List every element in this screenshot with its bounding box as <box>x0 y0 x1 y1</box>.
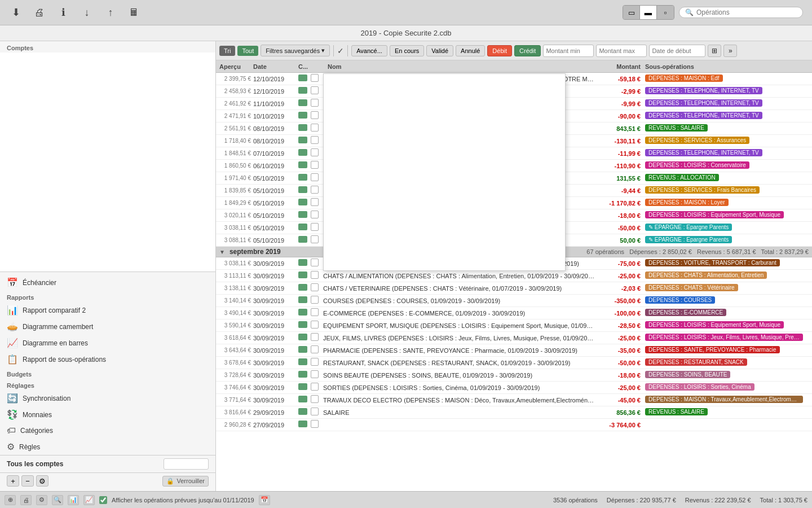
cell-sous-ops: DEPENSES : LOISIRS : Equipement Sport, M… <box>645 211 809 220</box>
cell-cal-icon <box>311 198 323 208</box>
print-icon[interactable]: 🖨 <box>33 6 46 19</box>
download-icon[interactable]: ↓ <box>80 6 94 19</box>
expand-button[interactable]: » <box>723 45 737 57</box>
cell-montant: 50,00 € <box>594 237 645 244</box>
cell-cal-icon <box>311 173 323 183</box>
calculator-icon[interactable]: 🖩 <box>127 6 141 19</box>
sidebar-item-camembert[interactable]: 🥧 Diagramme camembert <box>0 318 215 335</box>
gear-btn[interactable]: ⚙ <box>36 475 48 487</box>
cell-apercu: 1 860,50 € <box>219 163 253 169</box>
cell-date: 12/10/2019 <box>253 76 298 82</box>
montant-max-input[interactable] <box>596 45 647 57</box>
cell-chart-icon <box>298 211 311 220</box>
info-icon[interactable]: ℹ <box>56 6 70 19</box>
annule-button[interactable]: Annulé <box>456 45 485 56</box>
table-row[interactable]: 3 728,64 € 30/09/2019 SOINS BEAUTE (DEPE… <box>216 369 812 382</box>
table-row[interactable]: 3 618,64 € 30/09/2019 JEUX, FILMS, LIVRE… <box>216 332 812 344</box>
cell-chart-icon <box>298 396 311 404</box>
status-icon-3[interactable]: ⚙ <box>36 495 47 505</box>
table-row[interactable]: 3 490,14 € 30/09/2019 E-COMMERCE (DEPENS… <box>216 307 812 319</box>
cell-chart-icon <box>298 124 311 133</box>
cell-apercu: 3 490,14 € <box>219 310 253 316</box>
search-input[interactable] <box>696 8 792 16</box>
table-row[interactable]: 3 746,64 € 30/09/2019 SORTIES (DEPENSES … <box>216 382 812 394</box>
status-icon-2[interactable]: 🖨 <box>20 495 32 505</box>
valide-button[interactable]: Validé <box>426 45 453 56</box>
cell-sous-ops: REVENUS : SALAIRE <box>645 124 809 133</box>
cell-apercu: 3 618,64 € <box>219 335 253 341</box>
sidebar-item-categories[interactable]: 🏷 Catégories <box>0 423 215 439</box>
month-stats: 67 opérations Dépenses : 2 850,02 € Reve… <box>586 248 809 255</box>
view-btn-2[interactable]: ▬ <box>640 6 657 19</box>
cell-sous-ops: DEPENSES : LOISIRS : Sorties, Cinéma <box>645 383 809 392</box>
status-bar: ⊕ 🖨 ⚙ 🔍 📊 📈 Afficher les opérations prév… <box>0 491 812 508</box>
month-collapse-arrow[interactable]: ▼ <box>219 249 225 255</box>
sidebar-item-echeancier[interactable]: 📅 Échéancier <box>0 274 215 291</box>
cell-montant: 856,36 € <box>594 409 645 416</box>
cell-cal-icon <box>311 358 323 367</box>
sidebar-item-synchronisation[interactable]: 🔄 Synchronisation <box>0 390 215 406</box>
table-row[interactable]: 3 678,64 € 30/09/2019 RESTAURANT, SNACK … <box>216 357 812 369</box>
cell-cal-icon <box>311 148 323 158</box>
sidebar-item-regles[interactable]: ⚙ Règles <box>0 439 215 455</box>
synchronisation-label: Synchronisation <box>23 395 70 402</box>
sidebar-item-sous-ops[interactable]: 📋 Rapport de sous-opérations <box>0 351 215 367</box>
grid-icon-button[interactable]: ⊞ <box>708 45 721 57</box>
table-row[interactable]: 3 138,11 € 30/09/2019 CHATS / VETERINAIR… <box>216 282 812 295</box>
upload-icon[interactable]: ↑ <box>104 6 117 19</box>
cell-montant: -350,00 € <box>594 297 645 304</box>
cell-date: 30/09/2019 <box>253 260 298 267</box>
cell-montant: -1 170,82 € <box>594 200 645 207</box>
all-accounts-bar: Tous les comptes <box>0 455 215 472</box>
sidebar-item-barres[interactable]: 📈 Diagramme en barres <box>0 335 215 351</box>
afficher-prevues-checkbox[interactable] <box>99 496 107 504</box>
cell-cal-icon <box>311 345 323 355</box>
status-cal-icon[interactable]: 📅 <box>259 495 270 505</box>
table-row[interactable]: 3 816,64 € 29/09/2019 SALAIRE 856,36 € R… <box>216 406 812 419</box>
table-row[interactable]: 3 771,64 € 30/09/2019 TRAVAUX DECO ELECT… <box>216 394 812 406</box>
cell-montant: -45,00 € <box>594 397 645 404</box>
table-row[interactable]: 3 140,14 € 30/09/2019 COURSES (DEPENSES … <box>216 295 812 307</box>
credit-button[interactable]: Crédit <box>514 45 541 56</box>
cell-sous-ops: ✎ EPARGNE : Epargne Parents <box>645 224 809 233</box>
cell-montant: -9,44 € <box>594 187 645 194</box>
cell-date: 27/09/2019 <box>253 422 298 428</box>
sidebar-item-monnaies[interactable]: 💱 Monnaies <box>0 406 215 423</box>
montant-min-input[interactable] <box>543 45 594 57</box>
cell-montant: -110,90 € <box>594 163 645 169</box>
remove-account-btn[interactable]: − <box>21 475 34 487</box>
th-nom: Nom <box>328 63 594 70</box>
add-account-btn[interactable]: + <box>7 475 19 487</box>
table-row[interactable]: 3 643,64 € 30/09/2019 PHARMACIE (DEPENSE… <box>216 344 812 357</box>
sidebar-item-rapport-comparatif[interactable]: 📊 Rapport comparatif 2 <box>0 302 215 318</box>
status-icon-5[interactable]: 📊 <box>68 495 79 505</box>
en-cours-button[interactable]: En cours <box>390 45 424 56</box>
table-row[interactable]: 2 960,28 € 27/09/2019 -3 764,00 € <box>216 419 812 431</box>
balance-input[interactable] <box>164 458 209 470</box>
status-icon-4[interactable]: 🔍 <box>52 495 63 505</box>
cell-date: 30/09/2019 <box>253 335 298 341</box>
avance-button[interactable]: Avancé... <box>351 45 387 56</box>
cell-apercu: 3 140,14 € <box>219 297 253 304</box>
camembert-label: Diagramme camembert <box>23 323 93 331</box>
download-cloud-icon[interactable]: ⬇ <box>9 6 23 19</box>
view-btn-3[interactable]: ▫ <box>657 6 674 19</box>
view-btn-1[interactable]: ▭ <box>623 6 640 19</box>
cell-date: 30/09/2019 <box>253 384 298 391</box>
debit-button[interactable]: Débit <box>487 45 512 56</box>
status-icon-1[interactable]: ⊕ <box>5 495 16 505</box>
sidebar-action-bar: + − ⚙ 🔒 Verrouiller <box>0 472 215 489</box>
table-row[interactable]: 3 590,14 € 30/09/2019 EQUIPEMENT SPORT, … <box>216 319 812 332</box>
filtres-dropdown[interactable]: Filtres sauvegardés ▾ <box>261 45 330 56</box>
cell-montant: -25,00 € <box>594 273 645 279</box>
tri-button[interactable]: Tri <box>219 46 235 56</box>
table-row[interactable]: 3 113,11 € 30/09/2019 CHATS / ALIMENTATI… <box>216 270 812 282</box>
tout-button[interactable]: Tout <box>237 46 258 56</box>
cell-montant: -2,99 € <box>594 88 645 95</box>
date-debut-input[interactable] <box>649 45 705 57</box>
cell-chart-icon <box>298 296 311 305</box>
lock-button[interactable]: 🔒 Verrouiller <box>162 476 209 487</box>
barres-icon: 📈 <box>7 338 18 348</box>
cell-cal-icon <box>311 420 323 430</box>
status-icon-6[interactable]: 📈 <box>83 495 95 505</box>
